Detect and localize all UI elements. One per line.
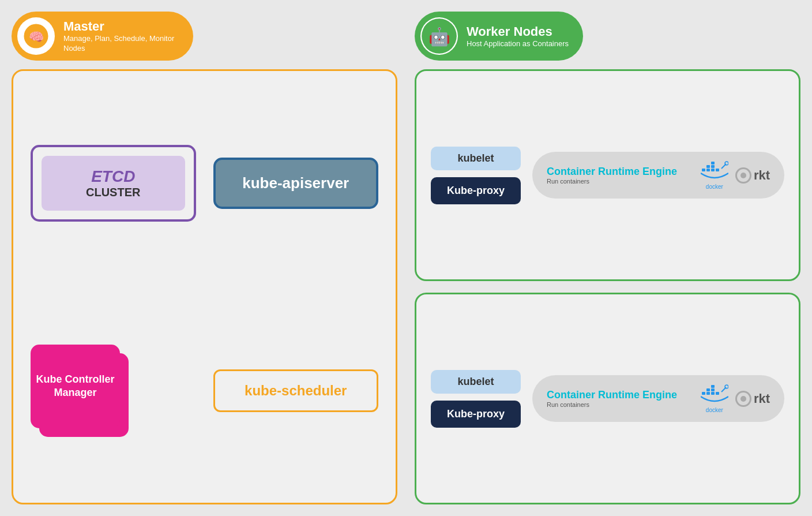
node1-runtime-title: Container Runtime Engine	[547, 166, 692, 178]
node2-rkt-icon: rkt	[735, 391, 770, 407]
svg-text:🤖: 🤖	[428, 26, 450, 47]
node1-kubelet-box: kubelet	[431, 147, 521, 170]
svg-point-21	[725, 385, 728, 388]
node2-kubelet-box: kubelet	[431, 370, 521, 394]
node2-runtime-box: Container Runtime Engine Run containers	[532, 375, 784, 422]
node1-proxy-label: Kube-proxy	[447, 185, 505, 196]
etcd-box: ETCD CLUSTER	[31, 145, 196, 222]
docker-svg-2	[701, 384, 728, 406]
svg-rect-13	[702, 392, 705, 395]
controller-container: Kube Controller Manager	[31, 345, 134, 437]
node2-kubelet-label: kubelet	[457, 376, 494, 387]
node2-proxy-label: Kube-proxy	[447, 408, 505, 420]
node2-runtime-text: Container Runtime Engine Run containers	[547, 389, 692, 408]
node1-proxy-box: Kube-proxy	[431, 177, 521, 204]
node1-rkt-label: rkt	[754, 168, 770, 183]
worker-subtitle: Host Application as Containers	[467, 39, 569, 48]
svg-rect-6	[711, 169, 715, 171]
svg-rect-19	[711, 385, 715, 388]
apiserver-box: kube-apiserver	[213, 158, 379, 209]
node1-left: kubelet Kube-proxy	[431, 147, 521, 204]
master-subtitle: Manage, Plan, Schedule, Monitor Nodes	[63, 34, 179, 54]
node1-rkt-inner	[740, 173, 746, 178]
svg-rect-15	[711, 392, 715, 395]
svg-rect-16	[716, 392, 719, 395]
worker-section: 🤖 Worker Nodes Host Application as Conta…	[415, 12, 800, 504]
node1-docker-icon: docker	[701, 160, 728, 190]
worker-node-2: kubelet Kube-proxy Container Runtime Eng…	[415, 293, 800, 504]
svg-text:🧠: 🧠	[29, 29, 44, 44]
node2-rkt-circle	[735, 391, 751, 407]
node2-rkt-inner	[740, 396, 746, 402]
svg-rect-9	[711, 165, 715, 168]
node1-kubelet-label: kubelet	[457, 152, 494, 164]
brain-icon: 🧠	[23, 23, 49, 49]
etcd-title: ETCD	[59, 167, 168, 186]
node2-runtime-title: Container Runtime Engine	[547, 389, 692, 401]
docker-svg	[701, 160, 728, 182]
svg-rect-7	[716, 169, 719, 171]
master-badge: 🧠 Master Manage, Plan, Schedule, Monitor…	[12, 12, 193, 61]
controller-label: Kube Controller Manager	[31, 373, 120, 400]
node2-proxy-box: Kube-proxy	[431, 401, 521, 428]
node1-runtime-box: Container Runtime Engine Run containers	[532, 152, 784, 199]
worker-icon: 🤖	[420, 17, 458, 55]
node2-docker-icon: docker	[701, 384, 728, 413]
worker-node-1: kubelet Kube-proxy Container Runtime Eng…	[415, 69, 800, 281]
node2-runtime-icons: docker rkt	[701, 384, 770, 413]
master-panel: ETCD CLUSTER kube-apiserver Kube Control…	[12, 69, 397, 504]
svg-rect-17	[706, 388, 710, 391]
master-title: Master	[63, 19, 179, 34]
svg-rect-18	[711, 388, 715, 391]
robot-icon: 🤖	[420, 17, 458, 55]
worker-title: Worker Nodes	[467, 24, 569, 39]
etcd-inner: ETCD CLUSTER	[42, 156, 185, 211]
worker-badge-text: Worker Nodes Host Application as Contain…	[467, 24, 569, 48]
master-section: 🧠 Master Manage, Plan, Schedule, Monitor…	[12, 12, 397, 504]
node1-rkt-circle	[735, 167, 751, 184]
svg-rect-14	[706, 392, 710, 395]
node1-runtime-icons: docker rkt	[701, 160, 770, 190]
svg-rect-8	[706, 165, 710, 168]
main-container: 🧠 Master Manage, Plan, Schedule, Monitor…	[0, 0, 812, 516]
svg-rect-5	[706, 169, 710, 171]
controller-main: Kube Controller Manager	[31, 345, 120, 428]
node2-rkt-label: rkt	[754, 391, 770, 406]
master-badge-text: Master Manage, Plan, Schedule, Monitor N…	[63, 19, 179, 54]
master-icon: 🧠	[17, 17, 55, 55]
svg-rect-10	[711, 162, 715, 164]
node2-left: kubelet Kube-proxy	[431, 370, 521, 428]
node1-runtime-text: Container Runtime Engine Run containers	[547, 166, 692, 185]
node2-runtime-sub: Run containers	[547, 401, 692, 408]
apiserver-label: kube-apiserver	[242, 174, 349, 192]
svg-rect-4	[702, 169, 705, 171]
node2-docker-label: docker	[706, 407, 723, 413]
node1-rkt-icon: rkt	[735, 167, 770, 184]
worker-nodes-area: kubelet Kube-proxy Container Runtime Eng…	[415, 69, 800, 504]
scheduler-box: kube-scheduler	[213, 369, 379, 412]
worker-badge: 🤖 Worker Nodes Host Application as Conta…	[415, 12, 583, 61]
svg-point-12	[725, 162, 728, 165]
scheduler-label: kube-scheduler	[245, 383, 347, 399]
node1-runtime-sub: Run containers	[547, 178, 692, 185]
etcd-subtitle: CLUSTER	[59, 186, 168, 199]
node1-docker-label: docker	[706, 184, 723, 190]
